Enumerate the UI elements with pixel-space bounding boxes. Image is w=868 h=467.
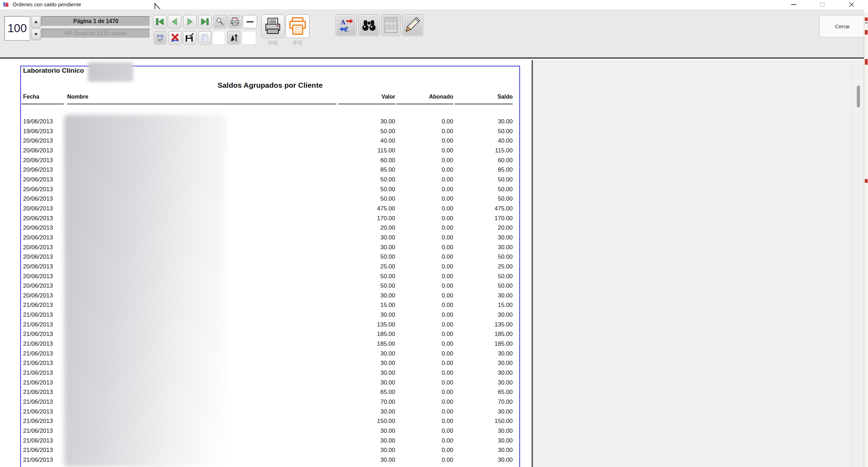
cell-abonado: 0.00: [401, 416, 453, 426]
app-icon: [3, 1, 10, 8]
header-underline: [455, 103, 513, 105]
scrollbar-thumb[interactable]: [857, 86, 860, 107]
prev-page-button[interactable]: [168, 15, 181, 28]
grid-button: [381, 14, 401, 36]
close-preview-button[interactable]: Cerrar: [819, 15, 866, 37]
az-sort-icon: A Z: [339, 17, 354, 33]
cell-saldo: 50.00: [460, 194, 513, 204]
first-page-icon: [155, 18, 164, 26]
cell-abonado: 0.00: [401, 127, 453, 136]
cell-fecha: 20/06/2013: [23, 243, 53, 252]
first-page-button[interactable]: [153, 15, 166, 28]
window-title: Órdenes con saldo pendiente: [13, 1, 81, 7]
cell-saldo: 40.00: [460, 136, 513, 146]
toolbar: 100 Página 1 de 1470 HP DeskJet 2130 ser…: [0, 9, 864, 59]
cell-valor: 30.00: [343, 243, 395, 252]
cell-saldo: 30.00: [460, 407, 513, 417]
cell-fecha: 21/06/2013: [23, 426, 53, 436]
last-page-icon: [200, 18, 209, 26]
cell-fecha: 21/06/2013: [23, 358, 53, 368]
cell-fecha: 20/06/2013: [23, 204, 53, 214]
zoom-increase-button[interactable]: [31, 16, 41, 28]
pin-button[interactable]: [213, 15, 227, 28]
cell-saldo: 50.00: [460, 272, 513, 281]
cell-fecha: 20/06/2013: [23, 281, 53, 291]
cell-saldo: 50.00: [460, 127, 513, 136]
cell-valor: 30.00: [343, 349, 395, 359]
cell-fecha: 21/06/2013: [23, 436, 53, 446]
sort-button[interactable]: A Z: [336, 14, 357, 36]
cell-abonado: 0.00: [401, 445, 453, 455]
cell-abonado: 0.00: [401, 436, 453, 446]
export-excel-button[interactable]: [169, 31, 182, 44]
copy-icon: [200, 34, 209, 42]
print-button[interactable]: [261, 14, 284, 38]
cell-valor: 475.00: [343, 204, 395, 214]
minus-icon: [247, 21, 254, 22]
cell-valor: 30.00: [343, 436, 395, 446]
cell-saldo: 60.00: [460, 156, 513, 165]
cell-valor: 50.00: [343, 127, 395, 136]
cell-fecha: 20/06/2013: [23, 291, 53, 301]
insert-marker-button[interactable]: [227, 31, 240, 44]
calculator-button[interactable]: x+y =?: [154, 31, 166, 44]
column-header-saldo: Saldo: [460, 94, 513, 100]
edge-red-mark: [865, 179, 868, 183]
empty-slot: [213, 31, 225, 44]
zoom-decrease-button[interactable]: [31, 29, 41, 40]
quick-print-button[interactable]: [286, 14, 310, 38]
svg-text:A: A: [341, 19, 346, 26]
cell-abonado: 0.00: [401, 204, 453, 214]
cell-fecha: 19/06/2013: [23, 127, 53, 136]
cell-valor: 150.00: [343, 416, 395, 426]
cursor-arrow-icon: [229, 33, 239, 42]
save-button[interactable]: [183, 31, 196, 44]
cell-fecha: 21/06/2013: [23, 368, 53, 378]
pin-icon: [216, 17, 224, 26]
excel-export-icon: [170, 34, 180, 42]
print-setup-button[interactable]: [228, 15, 242, 28]
cell-abonado: 0.00: [401, 368, 453, 378]
cell-abonado: 0.00: [401, 358, 453, 368]
cell-saldo: 65.00: [460, 387, 513, 397]
cell-abonado: 0.00: [401, 223, 453, 233]
edit-button[interactable]: [402, 14, 423, 36]
cell-saldo: 185.00: [460, 329, 513, 339]
cell-valor: 135.00: [343, 320, 395, 330]
cell-abonado: 0.00: [401, 175, 453, 185]
scrollbar-track[interactable]: [852, 60, 852, 467]
grid-icon: [384, 17, 398, 33]
cell-fecha: 21/06/2013: [23, 387, 53, 397]
edge-red-mark: [865, 17, 868, 21]
copy-button[interactable]: [198, 31, 211, 44]
cell-abonado: 0.00: [401, 455, 453, 465]
maximize-button: [814, 0, 830, 9]
svg-text:=?: =?: [158, 38, 162, 42]
dash-button[interactable]: [243, 15, 257, 28]
minimize-button[interactable]: [786, 0, 801, 9]
cell-saldo: 30.00: [460, 368, 513, 378]
cell-abonado: 0.00: [401, 426, 453, 436]
cell-saldo: 30.00: [460, 445, 513, 455]
close-button[interactable]: [844, 0, 859, 9]
chevron-down-icon: [34, 33, 38, 36]
cell-saldo: 70.00: [460, 397, 513, 407]
printer-settings-icon: [230, 17, 240, 26]
cell-abonado: 0.00: [401, 233, 453, 243]
page-indicator-field[interactable]: Página 1 de 1470: [41, 16, 150, 27]
cell-abonado: 0.00: [401, 300, 453, 310]
cell-saldo: 475.00: [460, 204, 513, 214]
cell-fecha: 20/06/2013: [23, 165, 53, 175]
cell-valor: 30.00: [343, 445, 395, 455]
cell-fecha: 20/06/2013: [23, 175, 53, 185]
last-page-button[interactable]: [198, 15, 212, 28]
company-name: Laboratorio Clínico: [23, 67, 84, 74]
cell-fecha: 21/06/2013: [23, 300, 53, 310]
cell-valor: 30.00: [343, 310, 395, 320]
search-button[interactable]: [358, 14, 379, 36]
cell-fecha: 20/06/2013: [23, 223, 53, 233]
cell-abonado: 0.00: [401, 349, 453, 359]
cell-fecha: 20/06/2013: [23, 156, 53, 165]
zoom-level-input[interactable]: 100: [4, 16, 30, 41]
next-page-button[interactable]: [183, 15, 197, 28]
